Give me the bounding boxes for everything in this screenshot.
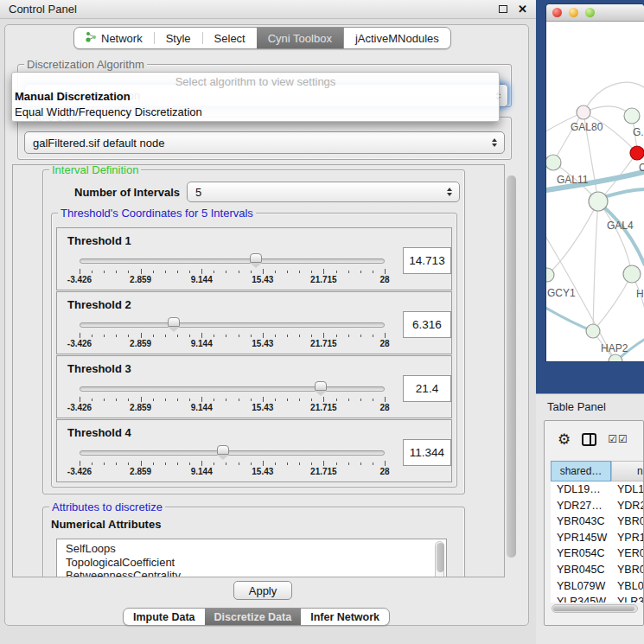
network-window[interactable]: GAL80G.CGAL11GAL4HGCY1HAP2: [546, 4, 644, 361]
slider-scale-label: 2.859: [130, 339, 151, 348]
threshold-slider-track[interactable]: [80, 258, 385, 264]
threshold-2-value-field[interactable]: 6.316: [403, 311, 451, 338]
network-node[interactable]: [623, 265, 641, 283]
slider-ticks: [80, 269, 385, 275]
threshold-3-value-field[interactable]: 21.4: [403, 375, 451, 402]
network-node[interactable]: [630, 146, 644, 160]
network-node[interactable]: [589, 192, 608, 211]
network-node-label: G.: [633, 126, 644, 138]
attribute-list-item[interactable]: TopologicalCoefficient: [66, 556, 446, 570]
table-row[interactable]: YBR045CYBR0: [551, 562, 643, 578]
slider-scale-label: 2.859: [130, 403, 151, 412]
gear-icon[interactable]: ⚙: [558, 432, 571, 447]
close-panel-icon[interactable]: ✕: [518, 3, 527, 15]
cell-name: YBR0: [611, 562, 643, 578]
apply-button[interactable]: Apply: [233, 581, 292, 600]
close-traffic-light-icon[interactable]: [552, 8, 562, 17]
tab-jactivemnodules-label: jActiveMNodules: [355, 32, 439, 45]
cell-shared-name: YPR145W: [551, 530, 611, 546]
cell-shared-name: YBR043C: [551, 513, 611, 530]
table-row[interactable]: YER054CYER0: [551, 545, 643, 562]
column-header-shared-name[interactable]: shared…: [551, 461, 611, 481]
tab-cyni-toolbox-label: Cyni Toolbox: [268, 32, 332, 45]
threshold-slider-thumb[interactable]: [315, 381, 327, 391]
panel-title: Control Panel: [9, 3, 77, 16]
table-panel-title: Table Panel: [547, 400, 606, 413]
tab-cyni-toolbox[interactable]: Cyni Toolbox: [257, 28, 343, 48]
attribute-list-item[interactable]: SelfLoops: [66, 542, 446, 556]
discretization-algorithm-group-title: Discretization Algorithm: [24, 58, 147, 71]
network-node[interactable]: [546, 155, 561, 170]
network-node[interactable]: [586, 324, 600, 338]
network-node-label: H: [636, 288, 644, 300]
table-row[interactable]: YPR145WYPR1: [551, 530, 643, 546]
threshold-slider-track[interactable]: [80, 386, 385, 392]
slider-scale-label: 9.144: [191, 403, 213, 412]
threshold-slider-thumb[interactable]: [168, 317, 180, 327]
threshold-1-value-field[interactable]: 14.713: [403, 247, 451, 274]
column-header-name[interactable]: name: [611, 461, 643, 481]
network-node[interactable]: [577, 105, 590, 119]
network-canvas[interactable]: GAL80G.CGAL11GAL4HGCY1HAP2: [546, 22, 644, 361]
tab-discretize-data-label: Discretize Data: [214, 611, 292, 623]
slider-scale-label: -3.426: [67, 275, 92, 284]
slider-scale-label: 9.144: [191, 339, 213, 348]
network-icon: [86, 31, 97, 45]
threshold-slider-thumb[interactable]: [250, 253, 262, 263]
numerical-attributes-list[interactable]: SelfLoopsTopologicalCoefficientBetweenne…: [56, 539, 447, 577]
slider-ticks: [80, 333, 385, 339]
network-thick-edge: [546, 305, 593, 331]
dropdown-option-manual[interactable]: Manual Discretization: [12, 89, 499, 105]
attributes-scrollbar[interactable]: [435, 541, 444, 577]
dropdown-option-equal-width[interactable]: Equal Width/Frequency Discretization: [12, 105, 499, 120]
table-row[interactable]: YBR043CYBR0: [551, 513, 643, 530]
cell-shared-name: YDL19…: [551, 481, 611, 498]
control-panel-titlebar: Control Panel ✕: [0, 0, 536, 19]
tab-infer-network[interactable]: Infer Network: [301, 609, 389, 625]
slider-scale-label: 21.715: [310, 339, 337, 348]
slider-scale-label: 21.715: [310, 403, 337, 412]
thresholds-group-title: Threshold's Coordinates for 5 Intervals: [58, 207, 256, 220]
minimize-traffic-light-icon[interactable]: [569, 8, 578, 17]
table-header-row: shared… name: [551, 461, 643, 481]
slider-ticks: [80, 461, 385, 467]
cell-name: YBR0: [611, 513, 643, 530]
slider-scale-label: 2.859: [130, 467, 151, 476]
tab-style[interactable]: Style: [155, 28, 202, 48]
threshold-slider-thumb[interactable]: [217, 445, 229, 455]
tab-impute-data[interactable]: Impute Data: [124, 609, 205, 625]
table-row[interactable]: YLR345WYLR3: [551, 594, 643, 603]
zoom-traffic-light-icon[interactable]: [585, 8, 595, 17]
control-panel: Control Panel ✕ Network Style Select Cyn…: [0, 0, 536, 644]
threshold-4-panel: Threshold 4 11.344 -3.4262.8599.14415.43…: [56, 419, 452, 482]
float-window-icon[interactable]: [499, 5, 507, 13]
table-data-combo[interactable]: galFiltered.sif default node: [24, 131, 505, 154]
attribute-list-item[interactable]: BetweennessCentrality: [66, 569, 446, 577]
slider-scale-label: 28: [379, 339, 389, 348]
tab-discretize-data[interactable]: Discretize Data: [205, 609, 302, 625]
apply-button-label: Apply: [249, 584, 277, 597]
slider-scale-label: 15.43: [252, 467, 273, 476]
network-edge: [593, 201, 598, 331]
cell-name: YDR2: [611, 498, 643, 514]
settings-scrollbar[interactable]: [506, 165, 517, 577]
cell-shared-name: YBL079W: [551, 578, 611, 595]
checkbox-icons[interactable]: ☑☑: [608, 433, 628, 445]
table-horizontal-scrollbar[interactable]: [552, 604, 638, 613]
tab-network[interactable]: Network: [74, 28, 154, 48]
tab-select[interactable]: Select: [203, 28, 257, 48]
network-node[interactable]: [624, 108, 640, 124]
threshold-slider-track[interactable]: [80, 450, 385, 456]
table-row[interactable]: YBL079WYBL0: [551, 578, 643, 595]
threshold-4-label: Threshold 4: [67, 426, 131, 439]
table-row[interactable]: YDR27…YDR2: [551, 498, 643, 514]
combo-arrows-icon: [447, 188, 452, 196]
threshold-slider-track[interactable]: [80, 322, 385, 328]
tab-jactivemnodules[interactable]: jActiveMNodules: [343, 28, 450, 48]
columns-icon[interactable]: [582, 433, 596, 446]
threshold-4-value-field[interactable]: 11.344: [403, 439, 451, 466]
threshold-2-label: Threshold 2: [67, 298, 131, 311]
cell-name: YLR3: [611, 594, 643, 603]
table-row[interactable]: YDL19…YDL1: [551, 481, 643, 498]
num-intervals-combo[interactable]: 5: [187, 182, 460, 202]
